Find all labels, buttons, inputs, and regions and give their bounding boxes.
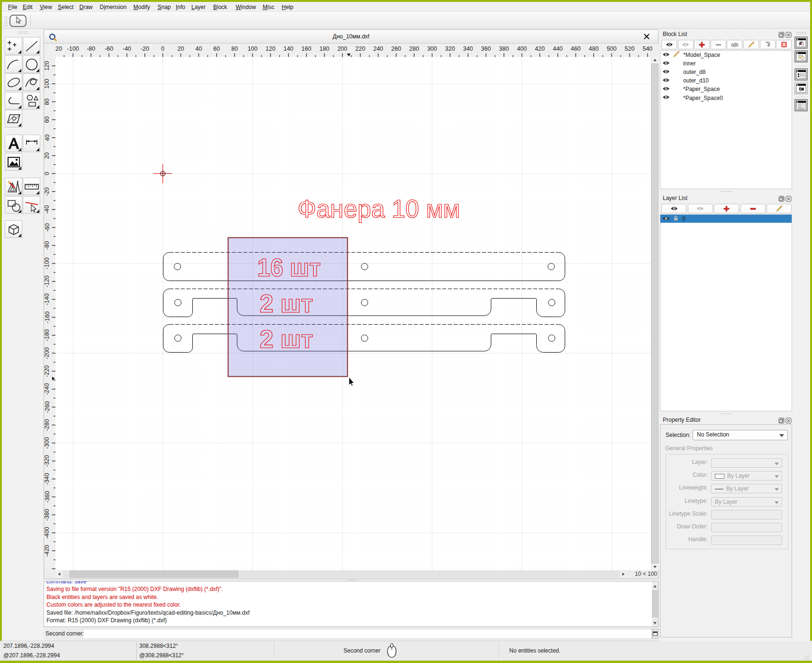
svg-text:60: 60	[44, 117, 51, 123]
svg-text:500: 500	[607, 45, 617, 52]
svg-text:0: 0	[44, 172, 51, 175]
svg-text:400: 400	[517, 45, 527, 52]
svg-text:180: 180	[319, 45, 329, 52]
svg-text:200: 200	[337, 45, 347, 52]
svg-text:280: 280	[409, 45, 419, 52]
svg-text:120: 120	[266, 45, 276, 52]
svg-text:-300: -300	[44, 437, 51, 449]
svg-text:300: 300	[427, 45, 437, 52]
svg-text:-400: -400	[44, 527, 51, 539]
svg-text:-20: -20	[141, 45, 149, 52]
svg-text:340: 340	[463, 45, 473, 52]
svg-text:20: 20	[178, 45, 184, 52]
svg-text:-80: -80	[44, 241, 51, 250]
svg-text:540: 540	[642, 45, 652, 52]
svg-text:16 шт: 16 шт	[257, 253, 321, 282]
svg-text:-80: -80	[87, 45, 95, 52]
svg-text:-280: -280	[44, 419, 51, 431]
svg-text:-220: -220	[44, 365, 51, 377]
svg-text:40: 40	[44, 135, 51, 141]
svg-text:2 шт: 2 шт	[260, 289, 313, 318]
svg-text:380: 380	[499, 45, 509, 52]
svg-text:220: 220	[355, 45, 365, 52]
svg-text:140: 140	[283, 45, 293, 52]
svg-text:520: 520	[625, 45, 635, 52]
svg-text:20: 20	[55, 45, 62, 52]
svg-text:Фанера 10 мм: Фанера 10 мм	[298, 195, 460, 223]
svg-text:440: 440	[553, 45, 563, 52]
svg-text:-20: -20	[44, 187, 51, 196]
svg-text:460: 460	[571, 45, 581, 52]
svg-text:-360: -360	[44, 491, 51, 503]
svg-text:-260: -260	[44, 401, 51, 413]
svg-text:160: 160	[301, 45, 311, 52]
svg-text:-40: -40	[44, 205, 51, 214]
svg-text:-140: -140	[44, 293, 50, 305]
svg-text:20: 20	[44, 152, 51, 159]
svg-text:-320: -320	[44, 455, 51, 467]
svg-text:-240: -240	[44, 383, 51, 395]
svg-text:-340: -340	[44, 473, 51, 485]
svg-text:-160: -160	[44, 311, 51, 323]
svg-text:-420: -420	[44, 545, 51, 557]
svg-text:120: 120	[44, 61, 51, 71]
svg-text:40: 40	[195, 45, 202, 52]
svg-text:80: 80	[231, 45, 238, 52]
svg-text:-200: -200	[44, 347, 51, 359]
svg-text:420: 420	[535, 45, 545, 52]
svg-text:0: 0	[161, 45, 164, 52]
svg-text:-40: -40	[123, 45, 131, 52]
svg-text:-180: -180	[44, 329, 51, 341]
svg-text:-120: -120	[44, 275, 51, 287]
svg-text:360: 360	[481, 45, 491, 52]
svg-text:-60: -60	[105, 45, 113, 52]
svg-text:-100: -100	[67, 45, 79, 52]
svg-text:100: 100	[44, 79, 51, 89]
svg-text:-60: -60	[44, 223, 51, 232]
svg-text:2 шт: 2 шт	[260, 325, 313, 353]
svg-text:60: 60	[213, 45, 220, 52]
svg-text:240: 240	[373, 45, 383, 52]
svg-text:100: 100	[248, 45, 258, 52]
svg-text:320: 320	[445, 45, 455, 52]
svg-text:260: 260	[391, 45, 401, 52]
svg-text:480: 480	[589, 45, 599, 52]
svg-text:-100: -100	[44, 257, 51, 269]
svg-text:-380: -380	[44, 509, 51, 521]
svg-text:80: 80	[44, 99, 51, 105]
